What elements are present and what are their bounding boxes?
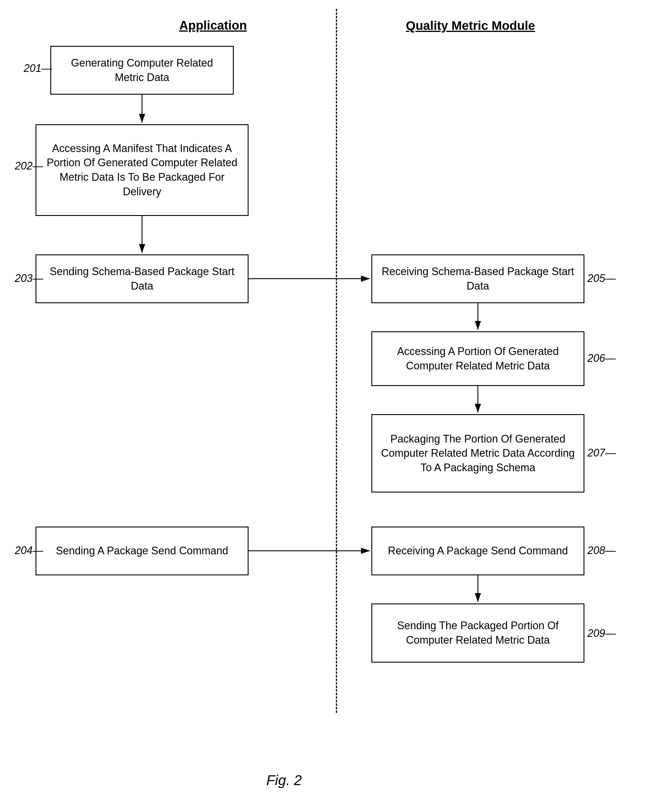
column-divider [336, 9, 337, 713]
flow-box-202: Accessing A Manifest That Indicates A Po… [36, 124, 249, 216]
ref-label-209: 209— [587, 627, 616, 639]
figure-caption: Fig. 2 [267, 772, 302, 788]
flow-box-208: Receiving A Package Send Command [371, 526, 584, 575]
ref-label-207: 207— [587, 447, 616, 459]
flow-box-203: Sending Schema-Based Package Start Data [36, 254, 249, 303]
ref-label-201: 201— [24, 62, 52, 75]
flow-box-205: Receiving Schema-Based Package Start Dat… [371, 254, 584, 303]
ref-label-204: 204— [15, 544, 43, 557]
ref-label-205: 205— [587, 272, 616, 284]
ref-label-206: 206— [587, 352, 616, 364]
application-header: Application [154, 18, 272, 33]
ref-label-202: 202— [15, 160, 43, 172]
ref-label-203: 203— [15, 272, 43, 284]
flow-box-209: Sending The Packaged Portion Of Computer… [371, 603, 584, 663]
ref-label-208: 208— [587, 544, 616, 557]
flow-box-201: Generating Computer Related Metric Data [50, 46, 234, 95]
flow-box-204: Sending A Package Send Command [36, 526, 249, 575]
flow-box-207: Packaging The Portion Of Generated Compu… [371, 414, 584, 492]
quality-metric-header: Quality Metric Module [379, 19, 562, 33]
flow-box-206: Accessing A Portion Of Generated Compute… [371, 331, 584, 386]
diagram-container: Application Quality Metric Module Fig. 2… [0, 0, 672, 804]
